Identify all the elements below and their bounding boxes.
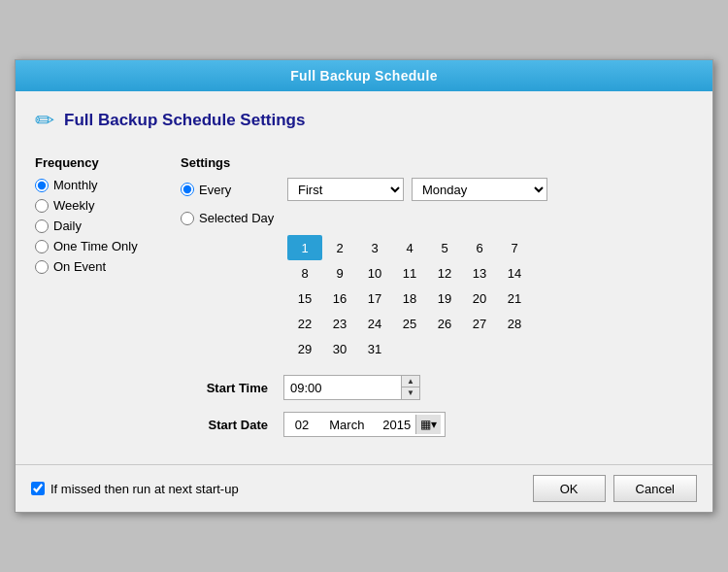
radio-onevent[interactable]: On Event [35, 259, 161, 274]
main-body: Frequency Monthly Weekly Daily [35, 155, 693, 449]
cal-day-15[interactable]: 15 [287, 286, 322, 311]
footer: If missed then run at next start-up OK C… [16, 464, 712, 512]
cal-day-19[interactable]: 19 [427, 286, 462, 311]
radio-weekly-input[interactable] [35, 199, 49, 213]
missed-checkbox[interactable] [31, 482, 45, 495]
start-date-row: Start Date ▦▾ [181, 412, 693, 437]
radio-monthly[interactable]: Monthly [35, 178, 161, 192]
settings-section: Settings Every First Second Third Fourth [181, 155, 693, 449]
radio-onetimeonly-input[interactable] [35, 240, 49, 253]
cal-day-16[interactable]: 16 [322, 286, 357, 311]
cal-day-24[interactable]: 24 [357, 311, 392, 336]
radio-monthly-input[interactable] [35, 179, 49, 192]
cal-day-17[interactable]: 17 [357, 286, 392, 311]
main-window: Full Backup Schedule ✏ Full Backup Sched… [15, 59, 713, 513]
window-title: Full Backup Schedule [290, 68, 437, 84]
radio-every-label: Every [199, 183, 231, 197]
time-spinner: ▲ ▼ [401, 376, 419, 399]
ok-button[interactable]: OK [533, 475, 606, 502]
radio-onevent-label: On Event [53, 259, 106, 274]
header-section: ✏ Full Backup Schedule Settings [35, 107, 693, 142]
cal-day-31[interactable]: 31 [357, 336, 392, 361]
radio-every-input[interactable] [181, 183, 194, 196]
cal-day-13[interactable]: 13 [462, 260, 497, 286]
cal-day-29[interactable]: 29 [287, 336, 322, 361]
radio-selected-day-input[interactable] [181, 212, 194, 225]
cal-day-27[interactable]: 27 [462, 311, 497, 336]
frequency-label: Frequency [35, 155, 161, 170]
time-date-section: Start Time ▲ ▼ Start Date [181, 375, 693, 437]
time-up-button[interactable]: ▲ [402, 376, 419, 387]
radio-monthly-label: Monthly [53, 178, 98, 192]
title-bar: Full Backup Schedule [16, 60, 712, 91]
radio-daily-input[interactable] [35, 219, 49, 233]
calendar-grid: 1 2 3 4 5 6 7 8 9 10 11 12 13 [287, 235, 693, 361]
cal-day-18[interactable]: 18 [392, 286, 427, 311]
cal-day-4[interactable]: 4 [392, 235, 427, 260]
radio-onetimeonly-label: One Time Only [53, 239, 138, 253]
cal-day-1[interactable]: 1 [287, 235, 322, 260]
calendar-row-2: 8 9 10 11 12 13 14 [287, 260, 693, 286]
cal-day-5[interactable]: 5 [427, 235, 462, 260]
time-down-button[interactable]: ▼ [402, 387, 419, 399]
cal-day-10[interactable]: 10 [357, 260, 392, 286]
cal-day-30[interactable]: 30 [322, 336, 357, 361]
cancel-button[interactable]: Cancel [613, 475, 697, 502]
cal-day-8[interactable]: 8 [287, 260, 322, 286]
selected-day-row: Selected Day [181, 211, 693, 225]
pencil-icon: ✏ [35, 107, 54, 134]
day-select[interactable]: Monday Tuesday Wednesday Thursday Friday… [412, 178, 547, 201]
date-calendar-button[interactable]: ▦▾ [415, 415, 441, 434]
calendar-row-4: 22 23 24 25 26 27 28 [287, 311, 693, 336]
radio-every[interactable]: Every [181, 183, 278, 197]
dropdown-container: First Second Third Fourth Last Monday Tu… [287, 178, 547, 201]
content-area: ✏ Full Backup Schedule Settings Frequenc… [16, 91, 712, 464]
cal-day-28[interactable]: 28 [497, 311, 532, 336]
start-date-label: Start Date [181, 418, 268, 432]
cal-day-23[interactable]: 23 [322, 311, 357, 336]
every-row: Every First Second Third Fourth Last Mon… [181, 178, 693, 201]
date-container: ▦▾ [283, 412, 446, 437]
cal-day-26[interactable]: 26 [427, 311, 462, 336]
start-time-label: Start Time [181, 381, 268, 395]
missed-checkbox-label[interactable]: If missed then run at next start-up [31, 482, 239, 496]
date-sep2 [371, 418, 378, 431]
radio-daily[interactable]: Daily [35, 219, 161, 233]
cal-day-14[interactable]: 14 [497, 260, 532, 286]
date-year-input[interactable] [379, 418, 415, 432]
radio-selected-day[interactable]: Selected Day [181, 211, 278, 225]
settings-label: Settings [181, 155, 693, 170]
cal-day-11[interactable]: 11 [392, 260, 427, 286]
cal-day-21[interactable]: 21 [497, 286, 532, 311]
cal-day-25[interactable]: 25 [392, 311, 427, 336]
radio-onetimeonly[interactable]: One Time Only [35, 239, 161, 253]
radio-selected-day-label: Selected Day [199, 211, 274, 225]
radio-weekly-label: Weekly [53, 198, 94, 213]
cal-day-12[interactable]: 12 [427, 260, 462, 286]
time-input[interactable] [284, 376, 401, 399]
radio-weekly[interactable]: Weekly [35, 198, 161, 213]
start-time-row: Start Time ▲ ▼ [181, 375, 693, 400]
date-month-input[interactable] [322, 418, 371, 432]
frequency-radio-group: Monthly Weekly Daily One Time Only [35, 178, 161, 274]
cal-day-9[interactable]: 9 [322, 260, 357, 286]
cal-day-22[interactable]: 22 [287, 311, 322, 336]
time-input-container: ▲ ▼ [283, 375, 420, 400]
calendar-row-5: 29 30 31 [287, 336, 693, 361]
calendar-row-1: 1 2 3 4 5 6 7 [287, 235, 693, 260]
calendar-row-3: 15 16 17 18 19 20 21 [287, 286, 693, 311]
cal-day-6[interactable]: 6 [462, 235, 497, 260]
date-sep1 [315, 418, 322, 431]
frequency-section: Frequency Monthly Weekly Daily [35, 155, 161, 449]
cal-day-7[interactable]: 7 [497, 235, 532, 260]
calendar-icon: ▦▾ [420, 418, 437, 431]
missed-checkbox-text: If missed then run at next start-up [50, 482, 239, 496]
first-select[interactable]: First Second Third Fourth Last [287, 178, 404, 201]
header-title: Full Backup Schedule Settings [64, 111, 305, 130]
cal-day-2[interactable]: 2 [322, 235, 357, 260]
button-group: OK Cancel [533, 475, 697, 502]
date-day-input[interactable] [288, 418, 315, 432]
cal-day-3[interactable]: 3 [357, 235, 392, 260]
radio-onevent-input[interactable] [35, 260, 49, 274]
cal-day-20[interactable]: 20 [462, 286, 497, 311]
